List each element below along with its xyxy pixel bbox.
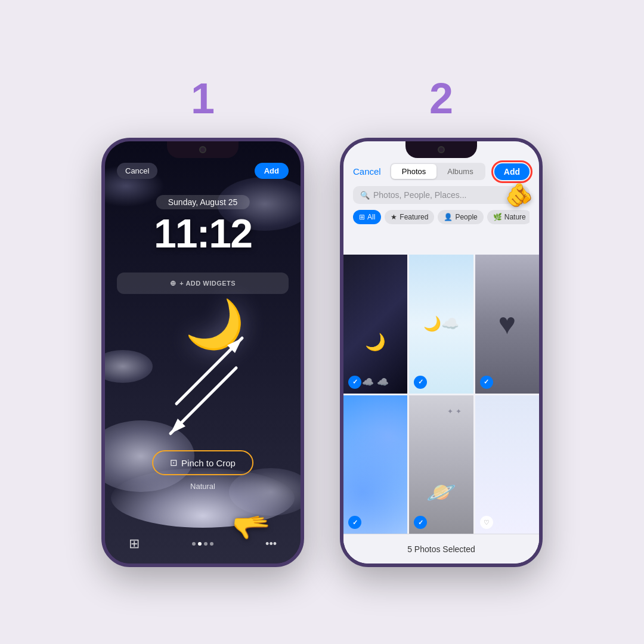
svg-line-2 [171,368,236,434]
phone-1-notch [167,141,239,158]
crop-icon: ⊡ [170,457,178,468]
pill-nature[interactable]: 🌿 Nature [487,210,530,224]
photo-cell-3[interactable]: ♥ ✓ [475,255,539,394]
all-label: All [367,213,375,221]
cell-planet: 🪐 [426,478,456,506]
dot-1 [192,542,196,546]
check-badge-3: ✓ [480,376,493,389]
phone-1-top-bar: Cancel Add [105,163,301,179]
all-icon: ⊞ [359,213,365,221]
photo-cell-2[interactable]: 🌙☁️ ✓ [409,255,473,394]
albums-tab[interactable]: Albums [436,164,484,179]
search-bar[interactable]: 🔍 Photos, People, Places... 🎤 [353,186,530,204]
photos-selected-text: 5 Photos Selected [407,544,475,554]
photo-tabs: Photos Albums [390,163,485,180]
pill-featured[interactable]: ★ Featured [385,210,434,224]
phone-2-notch [405,141,477,158]
cell-blue-blobs [343,395,407,534]
cell-decor-2: 🌙☁️ [409,255,473,394]
more-icon[interactable]: ••• [265,538,277,550]
check-badge-1: ✓ [348,376,361,389]
step-1-number: 1 [191,77,215,120]
cursor-hand: 🫵 [505,182,533,208]
dot-3 [204,542,208,546]
photos-tab[interactable]: Photos [391,164,436,179]
star-icon: ★ [391,213,397,221]
cancel-button-1[interactable]: Cancel [117,163,157,179]
person-icon: 👤 [444,213,453,221]
phone-1: Cancel Add Sunday, August 25 11:12 ⊕ + A… [101,138,304,567]
grid-icon[interactable]: ⊞ [129,536,140,552]
nature-label: Nature [504,213,526,221]
add-widgets-label: + ADD WIDGETS [179,280,236,287]
cell-heart: ♥ [498,306,516,341]
phone-1-bottom-bar: ⊞ ••• [105,536,301,552]
leaf-icon: 🌿 [493,213,502,221]
dots-indicator [192,542,213,546]
step-2-number: 2 [429,77,453,120]
add-widgets-bar[interactable]: ⊕ + ADD WIDGETS [117,273,289,294]
phone-2: Cancel Photos Albums Add 🔍 Photo [340,138,543,567]
phone-2-screen: Cancel Photos Albums Add 🔍 Photo [343,141,539,564]
lock-date: Sunday, August 25 [156,195,250,209]
photo-cell-1[interactable]: 🌙 ☁️ ☁️ ✓ [343,255,407,394]
dot-2 [198,542,202,546]
step-2: 2 Cancel Photos Albums Add [340,77,543,567]
lock-time: 11:12 [154,210,252,256]
featured-label: Featured [400,213,428,221]
camera-dot-2 [438,146,445,153]
cell-stars: ✦ ✦ [447,407,461,416]
main-container: 1 Cancel Add [0,0,644,644]
pill-all[interactable]: ⊞ All [353,210,381,224]
pinch-crop-button[interactable]: ⊡ Pinch to Crop [152,450,253,475]
plus-icon: ⊕ [170,279,177,287]
photo-cell-4[interactable]: ✓ [343,395,407,534]
check-badge-4: ✓ [348,516,361,529]
pinch-crop-label: Pinch to Crop [181,458,236,468]
camera-dot [199,146,206,153]
phone-1-screen: Cancel Add Sunday, August 25 11:12 ⊕ + A… [105,141,301,564]
step-1: 1 Cancel Add [101,77,304,567]
svg-marker-3 [171,419,185,434]
photo-cell-5[interactable]: 🪐 ✦ ✦ ✓ [409,395,473,534]
moon-icon: 🌙 [185,296,244,352]
add-button-wrapper: Add [494,163,530,180]
cancel-button-2[interactable]: Cancel [353,166,381,177]
people-label: People [455,213,477,221]
search-icon: 🔍 [360,191,370,200]
cell-bg-6 [475,395,539,534]
heart-badge-6: ♡ [480,516,493,529]
cloud-mid-left [105,350,153,383]
add-button-1[interactable]: Add [255,163,289,179]
photo-cell-6[interactable]: ♡ [475,395,539,534]
cloud-bottom-right [229,468,301,516]
search-placeholder: Photos, People, Places... [373,190,509,200]
add-btn-highlight [491,160,532,183]
dot-4 [210,542,213,546]
check-badge-5: ✓ [414,516,427,529]
pill-people[interactable]: 👤 People [438,210,483,224]
photo-picker-nav: Cancel Photos Albums Add [353,163,530,180]
photo-bottom-bar: 5 Photos Selected [343,534,539,564]
cell-moon-1: 🌙 [365,332,386,352]
photo-grid: 🌙 ☁️ ☁️ ✓ 🌙☁️ ✓ ♥ ✓ ✓ [343,255,539,534]
natural-label: Natural [190,482,215,491]
filter-pills: ⊞ All ★ Featured 👤 People 🌿 [353,210,530,224]
check-badge-2: ✓ [414,376,427,389]
